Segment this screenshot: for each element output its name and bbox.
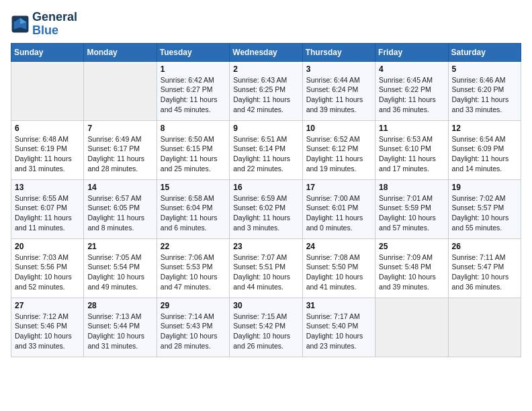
day-number: 6 [15, 124, 80, 133]
day-info: Sunrise: 7:02 AMSunset: 5:57 PMDaylight:… [452, 193, 517, 233]
day-number: 16 [233, 183, 298, 192]
day-info: Sunrise: 7:12 AMSunset: 5:46 PMDaylight:… [15, 312, 80, 351]
day-number: 1 [161, 64, 226, 74]
day-number: 24 [306, 242, 371, 251]
calendar-cell: 26Sunrise: 7:11 AMSunset: 5:47 PMDayligh… [448, 238, 521, 298]
day-number: 2 [233, 64, 298, 74]
calendar-week-2: 13Sunrise: 6:55 AMSunset: 6:07 PMDayligh… [11, 179, 521, 238]
day-number: 31 [306, 301, 371, 310]
calendar-cell: 13Sunrise: 6:55 AMSunset: 6:07 PMDayligh… [11, 179, 84, 238]
day-number: 13 [15, 183, 80, 192]
calendar-cell: 1Sunrise: 6:42 AMSunset: 6:27 PMDaylight… [157, 61, 229, 120]
day-info: Sunrise: 6:50 AMSunset: 6:15 PMDaylight:… [161, 134, 226, 174]
calendar-cell: 8Sunrise: 6:50 AMSunset: 6:15 PMDaylight… [157, 120, 229, 179]
calendar-table: SundayMondayTuesdayWednesdayThursdayFrid… [11, 43, 521, 357]
day-info: Sunrise: 6:44 AMSunset: 6:24 PMDaylight:… [306, 75, 371, 115]
day-info: Sunrise: 6:43 AMSunset: 6:25 PMDaylight:… [233, 75, 298, 115]
calendar-cell: 30Sunrise: 7:15 AMSunset: 5:42 PMDayligh… [230, 298, 302, 357]
day-info: Sunrise: 6:54 AMSunset: 6:09 PMDaylight:… [452, 134, 517, 174]
weekday-monday: Monday [84, 43, 157, 61]
day-info: Sunrise: 7:13 AMSunset: 5:44 PMDaylight:… [87, 312, 152, 351]
day-info: Sunrise: 6:57 AMSunset: 6:05 PMDaylight:… [87, 193, 152, 233]
calendar-week-0: 1Sunrise: 6:42 AMSunset: 6:27 PMDaylight… [11, 61, 521, 120]
day-info: Sunrise: 7:15 AMSunset: 5:42 PMDaylight:… [233, 312, 298, 351]
day-info: Sunrise: 7:09 AMSunset: 5:48 PMDaylight:… [379, 253, 444, 292]
weekday-saturday: Saturday [448, 43, 521, 61]
logo-line1: General [32, 11, 77, 24]
day-info: Sunrise: 7:17 AMSunset: 5:40 PMDaylight:… [306, 312, 371, 351]
day-info: Sunrise: 6:49 AMSunset: 6:17 PMDaylight:… [87, 134, 152, 174]
day-info: Sunrise: 7:00 AMSunset: 6:01 PMDaylight:… [306, 193, 371, 233]
day-number: 22 [161, 242, 226, 251]
weekday-wednesday: Wednesday [230, 43, 302, 61]
calendar-week-3: 20Sunrise: 7:03 AMSunset: 5:56 PMDayligh… [11, 238, 521, 298]
calendar-cell: 27Sunrise: 7:12 AMSunset: 5:46 PMDayligh… [11, 298, 84, 357]
day-number: 19 [452, 183, 517, 192]
day-info: Sunrise: 6:55 AMSunset: 6:07 PMDaylight:… [15, 193, 80, 233]
day-number: 20 [15, 242, 80, 251]
calendar-cell: 2Sunrise: 6:43 AMSunset: 6:25 PMDaylight… [230, 61, 302, 120]
logo-icon [11, 15, 30, 34]
day-number: 8 [161, 124, 226, 133]
day-info: Sunrise: 7:07 AMSunset: 5:51 PMDaylight:… [233, 253, 298, 292]
calendar-cell: 16Sunrise: 6:59 AMSunset: 6:02 PMDayligh… [230, 179, 302, 238]
calendar-cell: 4Sunrise: 6:45 AMSunset: 6:22 PMDaylight… [375, 61, 448, 120]
day-info: Sunrise: 7:14 AMSunset: 5:43 PMDaylight:… [161, 312, 226, 351]
day-info: Sunrise: 7:05 AMSunset: 5:54 PMDaylight:… [87, 253, 152, 292]
calendar-cell: 23Sunrise: 7:07 AMSunset: 5:51 PMDayligh… [230, 238, 302, 298]
calendar-cell: 9Sunrise: 6:51 AMSunset: 6:14 PMDaylight… [230, 120, 302, 179]
day-number: 7 [87, 124, 152, 133]
calendar-cell: 7Sunrise: 6:49 AMSunset: 6:17 PMDaylight… [84, 120, 157, 179]
calendar-cell: 17Sunrise: 7:00 AMSunset: 6:01 PMDayligh… [302, 179, 375, 238]
logo-line2: Blue [32, 24, 77, 38]
day-info: Sunrise: 6:42 AMSunset: 6:27 PMDaylight:… [161, 75, 226, 115]
calendar-cell [375, 298, 448, 357]
calendar-cell: 18Sunrise: 7:01 AMSunset: 5:59 PMDayligh… [375, 179, 448, 238]
calendar-cell: 31Sunrise: 7:17 AMSunset: 5:40 PMDayligh… [302, 298, 375, 357]
day-info: Sunrise: 7:08 AMSunset: 5:50 PMDaylight:… [306, 253, 371, 292]
day-info: Sunrise: 6:48 AMSunset: 6:19 PMDaylight:… [15, 134, 80, 174]
calendar-cell: 14Sunrise: 6:57 AMSunset: 6:05 PMDayligh… [84, 179, 157, 238]
calendar-cell: 5Sunrise: 6:46 AMSunset: 6:20 PMDaylight… [448, 61, 521, 120]
weekday-sunday: Sunday [11, 43, 84, 61]
day-number: 26 [452, 242, 517, 251]
day-info: Sunrise: 7:06 AMSunset: 5:53 PMDaylight:… [161, 253, 226, 292]
day-number: 21 [87, 242, 152, 251]
day-number: 28 [87, 301, 152, 310]
calendar-cell: 20Sunrise: 7:03 AMSunset: 5:56 PMDayligh… [11, 238, 84, 298]
day-number: 17 [306, 183, 371, 192]
page-header: General Blue [11, 11, 521, 38]
day-number: 12 [452, 124, 517, 133]
day-number: 27 [15, 301, 80, 310]
day-number: 9 [233, 124, 298, 133]
day-number: 23 [233, 242, 298, 251]
day-info: Sunrise: 7:03 AMSunset: 5:56 PMDaylight:… [15, 253, 80, 292]
day-number: 18 [379, 183, 444, 192]
day-number: 5 [452, 64, 517, 74]
day-number: 15 [161, 183, 226, 192]
day-number: 29 [161, 301, 226, 310]
calendar-week-1: 6Sunrise: 6:48 AMSunset: 6:19 PMDaylight… [11, 120, 521, 179]
calendar-cell: 19Sunrise: 7:02 AMSunset: 5:57 PMDayligh… [448, 179, 521, 238]
calendar-cell: 28Sunrise: 7:13 AMSunset: 5:44 PMDayligh… [84, 298, 157, 357]
day-info: Sunrise: 6:51 AMSunset: 6:14 PMDaylight:… [233, 134, 298, 174]
calendar-cell: 3Sunrise: 6:44 AMSunset: 6:24 PMDaylight… [302, 61, 375, 120]
day-info: Sunrise: 7:01 AMSunset: 5:59 PMDaylight:… [379, 193, 444, 233]
calendar-cell [11, 61, 84, 120]
calendar-cell: 24Sunrise: 7:08 AMSunset: 5:50 PMDayligh… [302, 238, 375, 298]
calendar-cell: 12Sunrise: 6:54 AMSunset: 6:09 PMDayligh… [448, 120, 521, 179]
logo: General Blue [11, 11, 77, 38]
day-info: Sunrise: 6:45 AMSunset: 6:22 PMDaylight:… [379, 75, 444, 115]
day-info: Sunrise: 6:53 AMSunset: 6:10 PMDaylight:… [379, 134, 444, 174]
calendar-cell [84, 61, 157, 120]
day-info: Sunrise: 6:58 AMSunset: 6:04 PMDaylight:… [161, 193, 226, 233]
calendar-week-4: 27Sunrise: 7:12 AMSunset: 5:46 PMDayligh… [11, 298, 521, 357]
weekday-tuesday: Tuesday [157, 43, 229, 61]
day-number: 30 [233, 301, 298, 310]
weekday-friday: Friday [375, 43, 448, 61]
calendar-cell: 15Sunrise: 6:58 AMSunset: 6:04 PMDayligh… [157, 179, 229, 238]
weekday-thursday: Thursday [302, 43, 375, 61]
day-number: 25 [379, 242, 444, 251]
calendar-cell: 22Sunrise: 7:06 AMSunset: 5:53 PMDayligh… [157, 238, 229, 298]
day-info: Sunrise: 6:59 AMSunset: 6:02 PMDaylight:… [233, 193, 298, 233]
